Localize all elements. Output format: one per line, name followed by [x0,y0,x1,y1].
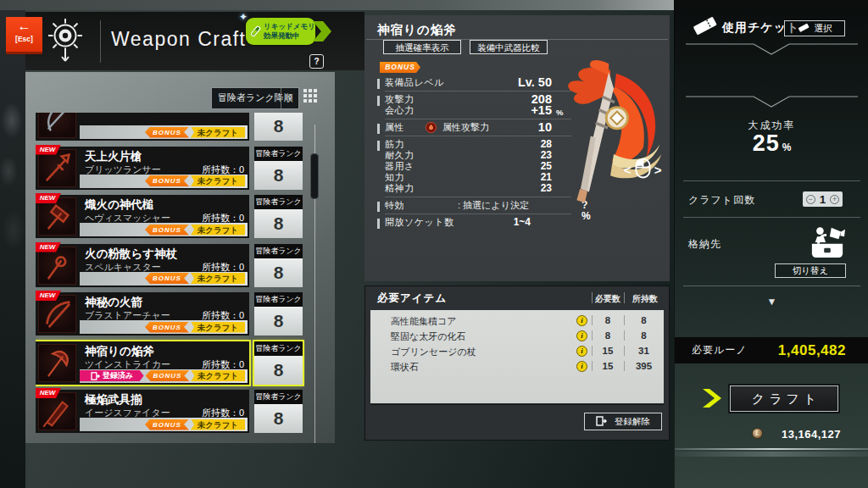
uncraft-badge: 未クラフト [191,322,245,333]
rank-label: 冒険者ランク [254,341,303,356]
ticket-icon [692,15,719,41]
weapon-list-item[interactable]: 神宿りの焔斧 ツインストライカー所持数：0 登録済みBONUS未クラフト 冒険者… [36,341,303,385]
decrement-button[interactable]: − [806,195,815,204]
weapon-list-item[interactable]: NEW 火の粉散らす神杖 スペルキャスター所持数：0 BONUS未クラフト 冒険… [36,244,303,287]
required-count: 8 [592,330,624,341]
required-count: 15 [592,361,624,371]
weapon-list-item[interactable]: BONUS未クラフト 冒険者ランク 8 [36,113,303,141]
weapon-name: 熾火の神代槌 [85,197,153,213]
weapon-card[interactable]: BONUS未クラフト [36,113,249,141]
weapon-card[interactable]: NEW 天上火片槍 ブリッツランサー所持数：0 BONUS未クラフト [36,147,249,190]
weapon-list-item[interactable]: NEW 神秘の火箭 ブラストアーチャー所持数：0 BONUS未クラフト 冒険者ラ… [36,292,303,336]
weapon-name: 火の粉散らす神杖 [85,247,177,262]
badge-strip: BONUS未クラフト [80,320,248,334]
slot-divider-bottom [686,95,858,108]
required-item-row: ゴブリンセージの杖 i 15 31 [370,343,664,358]
item-info-icon[interactable]: i [576,330,587,341]
craft-arrow-icon [701,387,723,413]
rank-box: 冒険者ランク 8 [254,341,303,385]
weapon-name: 神秘の火箭 [85,295,142,310]
stat-value: 23 [385,150,552,161]
storage-bag-icon [808,224,847,263]
unregister-button[interactable]: 登録解除 [584,413,662,430]
weapon-card[interactable]: NEW 熾火の神代槌 ヘヴィスマッシャー所持数：0 BONUS未クラフト [36,195,249,238]
stat-value: +15 [385,105,552,116]
weapon-3d-preview[interactable] [530,36,670,214]
storage-switch-button[interactable]: 切り替え [775,263,846,278]
uncraft-badge: 未クラフト [191,370,245,381]
stat-label: 特効 [385,200,404,211]
stat-value: 1~4 [385,217,531,228]
craft-count-stepper: − 1 + [803,191,843,207]
unregister-icon [596,416,608,428]
cost-label: 必要ルーノ [692,337,748,363]
currency-balance: 13,164,127 [675,428,841,441]
weapon-name: 神宿りの焔斧 [85,344,154,359]
bottom-glow-band [675,452,868,457]
grid-view-toggle[interactable] [303,89,318,103]
test-tube-icon [249,25,262,42]
increment-button[interactable]: + [830,195,839,204]
weapon-list-item[interactable]: NEW 極焔武具揃 イージスファイター所持数：0 BONUS未クラフト 冒険者ラ… [36,390,303,433]
weapon-card[interactable]: NEW 極焔武具揃 イージスファイター所持数：0 BONUS未クラフト [36,390,249,433]
rank-value: 8 [254,209,303,238]
registered-badge: 登録済み [80,370,144,381]
stat-value: 10 [385,122,552,133]
weapon-list-item[interactable]: NEW 熾火の神代槌 ヘヴィスマッシャー所持数：0 BONUS未クラフト 冒険者… [36,195,303,238]
back-arrow-icon: ← [6,17,42,36]
buff-arrow-icon [313,21,331,42]
rank-box: 冒険者ランク 8 [254,195,303,238]
slot-divider-top [686,42,858,56]
storage-label: 格納先 [688,237,721,252]
rank-value: 8 [254,307,303,336]
weapon-detail-panel: 神宿りの焔斧 抽選確率表示 装備中武器比較 BONUS 装備品レベル Lv. 5… [364,15,670,281]
bonus-badge: BONUS [145,225,189,236]
required-item-row: 環状石 i 15 395 [370,358,664,374]
ticket-select-button[interactable]: 選択 [784,20,845,36]
weapon-list-item[interactable]: NEW 天上火片槍 ブリッツランサー所持数：0 BONUS未クラフト 冒険者ラン… [36,147,303,190]
rotate-right-arrow[interactable]: > [654,163,662,177]
bonus-badge: BONUS [145,175,189,186]
rotate-left-arrow[interactable]: < [624,163,632,177]
scrollbar-thumb[interactable] [310,153,319,199]
stat-value: 21 [385,172,552,183]
required-item-row: 堅固な太牙の化石 i 8 8 [370,328,664,343]
weapon-card[interactable]: NEW 火の粉散らす神杖 スペルキャスター所持数：0 BONUS未クラフト [36,244,249,287]
buff-badge-body: リキッドメモリ 効果発動中 [246,18,315,45]
bonus-badge: BONUS [146,370,190,381]
weapon-class: ツインストライカー [85,359,170,369]
badge-strip: BONUS未クラフト [80,125,248,139]
badge-strip: BONUS未クラフト [80,418,248,431]
uncraft-badge: 未クラフト [191,225,245,236]
required-item-row: 高性能集積コア i 8 8 [370,313,664,328]
required-items-panel: 必要アイテム 必要数 所持数 高性能集積コア i 8 8 堅固な太牙の化石 i … [364,286,670,441]
item-info-icon[interactable]: i [576,361,587,372]
bonus-badge: BONUS [145,322,189,333]
success-rate-number: 25 [753,130,780,156]
mouse-icon [635,158,651,182]
badge-strip: 登録済みBONUS未クラフト [80,369,248,383]
collapse-arrow-icon[interactable]: ▼ [675,296,868,308]
badge-strip: BONUS未クラフト [80,175,248,188]
weapon-name: 天上火片槍 [85,149,142,164]
required-item-name: 高性能集積コア [391,315,457,328]
item-info-icon[interactable]: i [576,346,587,357]
weapon-card[interactable]: 神宿りの焔斧 ツインストライカー所持数：0 登録済みBONUS未クラフト [36,341,249,385]
mini-ticket-icon [798,23,810,34]
liquid-memory-buff-badge: ✦ リキッドメモリ 効果発動中 [246,16,334,47]
weapon-card[interactable]: NEW 神秘の火箭 ブラストアーチャー所持数：0 BONUS未クラフト [36,292,249,336]
probability-button[interactable]: 抽選確率表示 [383,40,461,54]
uncraft-badge: 未クラフト [191,419,245,430]
badge-strip: BONUS未クラフト [80,272,248,286]
item-info-icon[interactable]: i [576,315,587,326]
back-button[interactable]: ← [Esc] [6,17,42,54]
rank-label: 冒険者ランク [254,244,303,258]
bottom-glow-line [675,448,868,450]
craft-button[interactable]: クラフト [730,385,838,412]
bonus-badge: BONUS [145,419,189,430]
stat-value: 25 [385,161,552,172]
sort-dropdown[interactable]: 冒険者ランク降順 ∨ [211,87,299,109]
help-button[interactable]: ? [309,54,324,69]
ticket-select-label: 選択 [815,23,832,35]
required-item-name: ゴブリンセージの杖 [391,346,476,358]
